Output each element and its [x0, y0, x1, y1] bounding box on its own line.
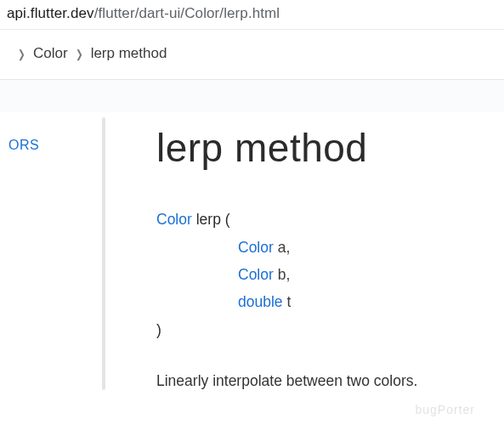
content-row: ORS lerp method Color lerp ( Color a, Co…	[0, 112, 504, 390]
param-type[interactable]: Color	[238, 266, 274, 283]
param-trail: ,	[286, 266, 290, 283]
param-row: Color a,	[156, 234, 496, 261]
close-paren: )	[156, 321, 161, 338]
toolbar-shelf	[0, 80, 504, 112]
param-trail: ,	[286, 239, 290, 256]
method-description: Linearly interpolate between two colors.	[156, 372, 496, 390]
chevron-right-icon: ❯	[76, 48, 83, 60]
breadcrumb: ❯ Color ❯ lerp method	[0, 30, 504, 76]
url-host: api.flutter.dev	[7, 5, 94, 21]
param-type[interactable]: double	[238, 293, 283, 310]
chevron-right-icon: ❯	[18, 48, 25, 60]
watermark: bugPorter	[416, 403, 475, 416]
url-path: /flutter/dart-ui/Color/lerp.html	[94, 5, 280, 21]
sidebar: ORS	[0, 112, 102, 390]
method-name: lerp	[196, 211, 225, 228]
param-row: double t	[156, 288, 496, 315]
breadcrumb-item-lerp[interactable]: lerp method	[91, 45, 167, 62]
url-bar[interactable]: api.flutter.dev/flutter/dart-ui/Color/le…	[0, 0, 504, 30]
page-title: lerp method	[156, 127, 496, 168]
param-type[interactable]: Color	[238, 239, 274, 256]
method-signature: Color lerp ( Color a, Color b, double t …	[156, 206, 496, 343]
breadcrumb-item-color[interactable]: Color	[33, 45, 68, 62]
param-row: Color b,	[156, 261, 496, 288]
param-name: a	[278, 239, 286, 256]
open-paren: (	[225, 211, 230, 228]
return-type[interactable]: Color	[156, 211, 192, 228]
main-content: lerp method Color lerp ( Color a, Color …	[105, 112, 504, 390]
param-name: t	[286, 293, 291, 310]
param-name: b	[278, 266, 286, 283]
sidebar-link-partial[interactable]: ORS	[8, 138, 39, 152]
